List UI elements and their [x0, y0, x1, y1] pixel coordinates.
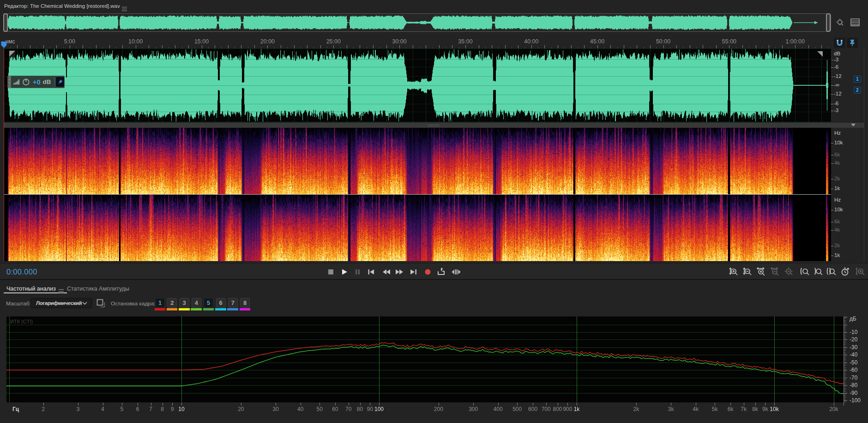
tab-panel-menu-icon[interactable]	[59, 287, 64, 295]
zoom-out-vertical-button[interactable]	[742, 267, 753, 277]
timeline-time-label: 1:00:00	[785, 38, 805, 45]
waveform-canvas[interactable]	[4, 48, 831, 122]
hold-frame-button-5[interactable]: 5	[204, 298, 213, 308]
scale-dropdown[interactable]: Логарифмический	[30, 298, 92, 308]
skip-to-start-button[interactable]	[365, 267, 376, 277]
stop-button[interactable]	[325, 267, 336, 277]
loop-playback-button[interactable]	[435, 267, 446, 277]
x-axis-ticks	[6, 402, 845, 407]
x-tick-label: 7k	[741, 406, 747, 412]
zoom-in-horizontal-button[interactable]	[756, 267, 767, 277]
zoom-reset-button[interactable]	[784, 267, 795, 277]
overview-left-handle[interactable]	[3, 13, 8, 32]
scale-tick	[831, 111, 833, 111]
pause-button[interactable]	[352, 267, 363, 277]
db-scale-label: -6	[834, 64, 838, 70]
skip-to-end-button[interactable]	[408, 267, 419, 277]
timeline-time-label: 35:00	[458, 38, 472, 45]
fast-forward-icon	[394, 267, 404, 277]
zoom-out-point-button[interactable]	[813, 267, 824, 277]
skip-selection-button[interactable]	[450, 267, 461, 277]
hold-frame-button-6[interactable]: 6	[216, 298, 226, 308]
scale-tick	[831, 66, 832, 66]
active-tab-underline	[4, 292, 67, 293]
hud-gain-value[interactable]: +0	[33, 78, 41, 86]
zoom-selection-edit-button[interactable]	[855, 267, 866, 277]
scale-tick	[831, 110, 832, 110]
record-button[interactable]	[422, 267, 433, 277]
timed-record-button[interactable]	[840, 267, 851, 277]
tab-amplitude-statistics[interactable]: Статистика Амплитуды	[67, 286, 129, 292]
zoom-in-vertical-button[interactable]	[729, 267, 740, 277]
zoom-out-vertical-icon	[743, 267, 753, 276]
gain-knob-icon[interactable]	[22, 77, 30, 86]
frequency-plot[interactable]	[6, 316, 844, 402]
rewind-button[interactable]	[380, 267, 392, 277]
spectrogram-channel-1[interactable]	[4, 128, 831, 194]
channel-2-button[interactable]: 2	[854, 87, 861, 94]
copy-frame-icon[interactable]	[96, 299, 106, 308]
timeline-ticks-canvas[interactable]	[4, 36, 831, 48]
y-axis-unit: дБ	[850, 316, 856, 322]
x-tick-label: 700	[542, 406, 551, 412]
snap-magnet-icon[interactable]	[834, 38, 845, 48]
zoom-selection-button[interactable]	[826, 267, 837, 277]
hz-scale-label: Hz	[834, 130, 841, 136]
hold-frame-button-8[interactable]: 8	[240, 298, 250, 308]
hz-scale-label: 4k	[834, 227, 840, 232]
scale-tick	[831, 96, 832, 96]
tab-frequency-analysis[interactable]: Частотный анализ	[6, 286, 56, 292]
waveform-corner-handle-left[interactable]	[9, 51, 15, 57]
overview-options-icon[interactable]	[850, 18, 860, 27]
spectrogram-canvas-2[interactable]	[4, 195, 831, 261]
play-button[interactable]	[338, 267, 350, 277]
scale-tick	[831, 230, 833, 231]
spectrogram-channel-2[interactable]	[4, 195, 831, 261]
gain-hud[interactable]: +0 dB	[7, 76, 65, 88]
x-tick-label: 40	[297, 406, 303, 412]
hold-frame-button-7[interactable]: 7	[228, 298, 238, 308]
hold-frame-button-3[interactable]: 3	[180, 298, 189, 308]
divider-collapse-icon[interactable]	[851, 124, 856, 126]
overview-waveform-canvas[interactable]	[4, 14, 831, 31]
waveform-corner-handle-right[interactable]	[817, 51, 823, 57]
marker-pin-icon[interactable]	[847, 38, 858, 48]
x-tick-label: 50	[316, 406, 322, 412]
timeline-ruler[interactable]	[4, 36, 831, 48]
hold-frame-button-2[interactable]: 2	[167, 298, 177, 308]
db-scale-label: -12	[834, 73, 842, 79]
zoom-in-horizontal-icon	[756, 267, 766, 276]
playhead-marker[interactable]	[0, 41, 7, 48]
fast-forward-button[interactable]	[393, 267, 404, 277]
scale-tick	[831, 222, 833, 222]
panel-menu-icon[interactable]	[122, 5, 127, 13]
overview-waveform-strip[interactable]	[4, 13, 831, 32]
waveform-display[interactable]	[4, 48, 831, 122]
zoom-in-point-button[interactable]	[799, 267, 810, 277]
frequency-plot-canvas[interactable]	[6, 316, 844, 402]
channel-1-button[interactable]: 1	[854, 76, 861, 83]
channel-divider-line[interactable]	[4, 194, 831, 195]
hz-scale-label: 2k	[834, 176, 840, 181]
hz-scale-label: 6k	[834, 152, 840, 157]
zoom-navigate-icon[interactable]	[835, 18, 846, 29]
x-tick-label: 8k	[752, 406, 758, 412]
current-time-display[interactable]: 0:00.000	[6, 268, 37, 276]
scale-tick	[831, 52, 832, 52]
pause-icon	[352, 267, 363, 277]
overview-right-handle[interactable]	[826, 13, 831, 32]
divider-grip-dots[interactable]	[428, 124, 440, 127]
zoom-out-horizontal-button[interactable]	[770, 267, 781, 277]
timeline-time-label: 5:00	[64, 38, 75, 45]
hold-frame-button-1[interactable]: 1	[155, 298, 165, 308]
hold-frame-button-4[interactable]: 4	[192, 298, 201, 308]
timeline-time-label: 45:00	[590, 38, 604, 45]
hud-grip-handle[interactable]	[8, 76, 11, 88]
audition-window: Редактор: The Chemical Wedding [restored…	[0, 0, 868, 423]
spectrogram-canvas-1[interactable]	[4, 128, 831, 194]
x-tick-label: 900	[563, 406, 572, 412]
scale-tick	[831, 57, 832, 58]
hold-frame-color-5	[203, 308, 214, 310]
scale-tick	[831, 107, 832, 107]
hud-pin-button[interactable]	[56, 77, 64, 87]
